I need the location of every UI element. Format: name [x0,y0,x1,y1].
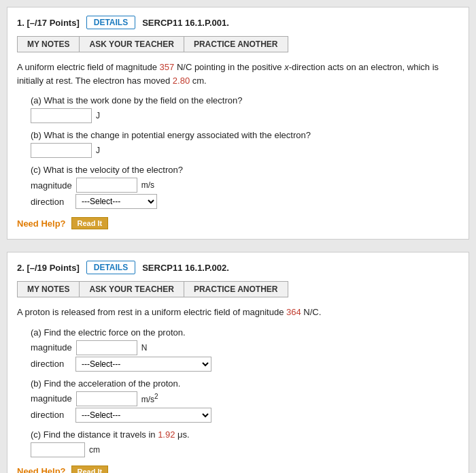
part-1a-input[interactable] [31,108,92,123]
value-192: 1.92 [158,429,175,440]
part-2c-label: (c) Find the distance it travels in 1.92… [31,429,459,440]
part-1c-unit: m/s [141,180,154,190]
part-2b-direction-label: direction [31,410,71,420]
problem-1-text: A uniform electric field of magnitude 35… [17,61,459,87]
my-notes-button-1[interactable]: MY NOTES [17,36,80,52]
part-1c-direction-row: direction ---Select--- [31,194,459,209]
practice-another-button-2[interactable]: PRACTICE ANOTHER [184,281,288,297]
part-1b: (b) What is the change in potential ener… [31,130,459,158]
ask-teacher-button-1[interactable]: ASK YOUR TEACHER [80,36,184,52]
part-2a-direction-row: direction ---Select--- [31,357,459,372]
part-1c-direction-select[interactable]: ---Select--- [75,194,157,209]
part-2a-magnitude-label: magnitude [31,342,72,353]
part-1a-input-row: J [31,108,459,123]
problem-2-header: 2. [–/19 Points] DETAILS SERCP11 16.1.P.… [17,261,459,274]
part-1a-label: (a) What is the work done by the field o… [31,95,459,105]
page-container: 1. [–/17 Points] DETAILS SERCP11 16.1.P.… [0,0,476,473]
read-it-button-2[interactable]: Read It [71,466,109,474]
problem-2-actions: MY NOTES ASK YOUR TEACHER PRACTICE ANOTH… [17,281,459,297]
part-1b-input-row: J [31,143,459,158]
part-2b: (b) Find the acceleration of the proton.… [31,378,459,423]
part-2a-magnitude-row: magnitude N [31,340,459,355]
part-1c-label: (c) What is the velocity of the electron… [31,165,459,175]
problem-2-code: SERCP11 16.1.P.002. [142,263,229,273]
value-364: 364 [286,307,301,317]
part-1b-label: (b) What is the change in potential ener… [31,130,459,140]
part-2a: (a) Find the electric force on the proto… [31,327,459,372]
problem-1-need-help: Need Help? Read It [17,217,459,229]
value-357: 357 [160,62,175,72]
read-it-button-1[interactable]: Read It [71,217,109,229]
part-1a: (a) What is the work done by the field o… [31,95,459,123]
problem-1-title: 1. [–/17 Points] [17,18,80,28]
problem-1-code: SERCP11 16.1.P.001. [142,18,229,28]
problem-2-title: 2. [–/19 Points] [17,263,80,273]
part-2a-unit: N [141,343,148,353]
part-1c-magnitude-row: magnitude m/s [31,178,459,193]
part-2a-direction-label: direction [31,359,71,369]
part-2b-magnitude-row: magnitude m/s2 [31,391,459,406]
part-2b-direction-select[interactable]: ---Select--- [75,408,211,423]
part-2c-input-row: cm [31,442,459,457]
part-1b-input[interactable] [31,143,92,158]
problem-1-block: 1. [–/17 Points] DETAILS SERCP11 16.1.P.… [7,7,469,240]
part-2c: (c) Find the distance it travels in 1.92… [31,429,459,457]
part-1a-unit: J [96,111,100,120]
part-1b-unit: J [96,146,100,155]
value-280: 2.80 [173,76,190,86]
problem-2-text: A proton is released from rest in a unif… [17,306,459,319]
part-2a-direction-select[interactable]: ---Select--- [75,357,211,372]
details-button-1[interactable]: DETAILS [86,16,135,29]
part-2b-magnitude-input[interactable] [76,391,137,406]
need-help-label-2: Need Help? [17,466,66,473]
part-2b-label: (b) Find the acceleration of the proton. [31,378,459,389]
part-2b-unit: m/s2 [141,393,158,404]
my-notes-button-2[interactable]: MY NOTES [17,281,80,297]
problem-2-need-help: Need Help? Read It [17,466,459,474]
ask-teacher-button-2[interactable]: ASK YOUR TEACHER [80,281,184,297]
problem-1-actions: MY NOTES ASK YOUR TEACHER PRACTICE ANOTH… [17,36,459,52]
part-1c: (c) What is the velocity of the electron… [31,165,459,209]
part-1c-direction-label: direction [31,197,71,207]
part-1c-magnitude-input[interactable] [76,178,137,193]
part-2a-magnitude-input[interactable] [76,340,137,355]
part-2c-input[interactable] [31,442,85,457]
practice-another-button-1[interactable]: PRACTICE ANOTHER [184,36,288,52]
problem-2-block: 2. [–/19 Points] DETAILS SERCP11 16.1.P.… [7,252,469,473]
details-button-2[interactable]: DETAILS [86,261,135,274]
part-2b-direction-row: direction ---Select--- [31,408,459,423]
part-1c-magnitude-label: magnitude [31,180,72,191]
part-2a-label: (a) Find the electric force on the proto… [31,327,459,338]
need-help-label-1: Need Help? [17,218,66,229]
part-2c-unit: cm [89,445,100,455]
problem-1-header: 1. [–/17 Points] DETAILS SERCP11 16.1.P.… [17,16,459,29]
part-2b-magnitude-label: magnitude [31,393,72,404]
